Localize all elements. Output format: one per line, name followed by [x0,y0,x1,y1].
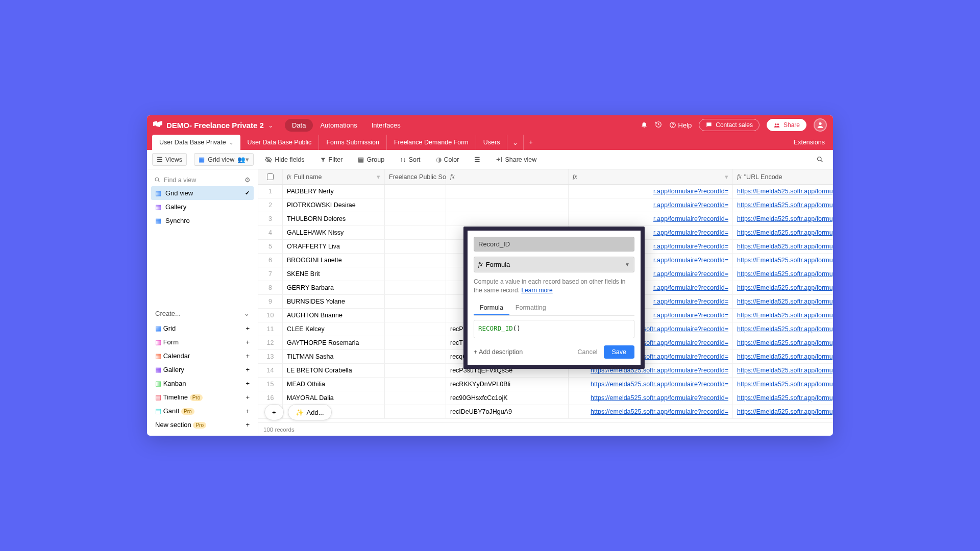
cell-softr[interactable] [385,295,446,308]
table-tab[interactable]: Users [476,135,508,150]
table-tab[interactable]: Forms Submission [319,135,387,150]
cell-name[interactable]: GERRY Barbara [283,281,385,294]
cell-softr[interactable] [385,364,446,377]
tab-formatting[interactable]: Formatting [509,301,552,315]
create-timeline[interactable]: ▤ Timeline Pro+ [151,390,254,404]
cell-url2[interactable]: https://Emelda525.softr.app/formulaire?r… [733,198,833,212]
table-row[interactable]: recIDeUBY7oJHguA9https://emelda525.softr… [258,405,833,419]
cell-url2[interactable]: https://Emelda525.softr.app/formulaire?r… [733,185,833,198]
cell-name[interactable]: LE BRETON Corabella [283,364,385,377]
nav-data[interactable]: Data [285,119,313,132]
help-button[interactable]: Help [669,121,692,129]
history-icon[interactable] [655,121,662,130]
cell-record-id[interactable] [446,185,569,198]
cell-softr[interactable] [385,322,446,336]
notifications-icon[interactable] [641,121,648,130]
cell-url2[interactable]: https://Emelda525.softr.app/formulaire?r… [733,378,833,391]
cell-record-id[interactable]: recRKKYyDnVPL0Bli [446,378,569,391]
tab-formula[interactable]: Formula [474,301,509,315]
table-row[interactable]: 3THULBORN Deloresr.app/formulaire?record… [258,212,833,226]
table-row[interactable]: 2PIOTRKOWSKI Desiraer.app/formulaire?rec… [258,198,833,212]
learn-more-link[interactable]: Learn more [521,287,552,294]
cell-url2[interactable]: https://Emelda525.softr.app/formulaire?r… [733,254,833,267]
col-url-encode[interactable]: fx"URL Encode [733,169,833,184]
table-tab-active[interactable]: User Data Base Private⌄ [152,135,240,150]
col-url1[interactable]: fx▾ [569,169,733,184]
cell-softr[interactable] [385,240,446,253]
views-toggle[interactable]: ☰ Views [152,153,187,166]
cell-name[interactable]: SKENE Brit [283,267,385,281]
cancel-button[interactable]: Cancel [578,348,598,356]
col-public-softr[interactable]: Freelance Public Softr [385,169,446,184]
avatar[interactable] [814,118,827,132]
chevron-down-icon[interactable]: ⌄ [268,121,274,129]
cell-name[interactable]: CLEE Kelcey [283,322,385,336]
checkbox[interactable] [267,173,274,180]
table-tab[interactable]: User Data Base Public [240,135,320,150]
cell-softr[interactable] [385,267,446,281]
cell-url2[interactable]: https://Emelda525.softr.app/formulaire?r… [733,309,833,322]
create-section[interactable]: New section Pro+ [151,418,254,432]
cell-name[interactable]: BURNSIDES Yolane [283,295,385,308]
formula-editor[interactable]: RECORD_ID() [474,320,634,338]
cell-softr[interactable] [385,405,446,418]
add-record-button[interactable]: + [264,404,284,420]
cell-url2[interactable]: https://Emelda525.softr.app/formulaire?r… [733,322,833,336]
sort-button[interactable]: ↑↓ Sort [396,154,424,165]
cell-softr[interactable] [385,185,446,198]
cell-url2[interactable]: https://Emelda525.softr.app/formulaire?r… [733,364,833,377]
share-view-button[interactable]: Share view [492,154,541,165]
cell-name[interactable]: MEAD Othilia [283,378,385,391]
find-view[interactable]: Find a view ⚙ [151,173,254,186]
share-button[interactable]: Share [767,119,806,131]
base-name[interactable]: DEMO- Freelance Private 2 [166,121,264,130]
sidebar-view-gallery[interactable]: ▦ Gallery [151,200,254,214]
create-gantt[interactable]: ▤ Gantt Pro+ [151,404,254,418]
extensions-button[interactable]: Extensions [786,135,833,150]
col-record-id[interactable]: fx [446,169,569,184]
cell-url2[interactable]: https://Emelda525.softr.app/formulaire?r… [733,405,833,418]
row-height-button[interactable]: ☰ [470,154,484,165]
create-grid[interactable]: ▦ Grid+ [151,321,254,335]
cell-name[interactable]: PADBERY Nerty [283,185,385,198]
cell-name[interactable]: MAYORAL Dalia [283,391,385,405]
cell-name[interactable]: BROGGINI Lanette [283,254,385,267]
cell-softr[interactable] [385,350,446,363]
cell-name[interactable]: TILTMAN Sasha [283,350,385,363]
search-icon[interactable] [812,154,828,165]
color-button[interactable]: ◑ Color [432,154,463,165]
hide-fields-button[interactable]: Hide fields [261,154,308,165]
sidebar-view-synchro[interactable]: ▦ Synchro [151,214,254,228]
current-view[interactable]: ▦ Grid view 👥▾ [194,153,254,166]
cell-softr[interactable] [385,391,446,405]
create-calendar[interactable]: ▦ Calendar+ [151,349,254,363]
cell-softr[interactable] [385,254,446,267]
save-button[interactable]: Save [604,345,635,359]
table-row[interactable]: 15MEAD OthiliarecRKKYyDnVPL0Blihttps://e… [258,378,833,391]
nav-interfaces[interactable]: Interfaces [364,119,408,132]
cell-softr[interactable] [385,281,446,294]
field-type-selector[interactable]: fx Formula ▼ [474,257,634,272]
add-menu-button[interactable]: ✨ Add... [288,404,332,420]
field-name-input[interactable] [474,237,634,252]
create-form[interactable]: ▥ Form+ [151,335,254,349]
cell-record-id[interactable] [446,198,569,212]
cell-softr[interactable] [385,309,446,322]
cell-url2[interactable]: https://Emelda525.softr.app/formulaire?r… [733,226,833,239]
cell-url2[interactable]: https://Emelda525.softr.app/formulaire?r… [733,350,833,363]
chevron-down-icon[interactable]: ▾ [377,173,380,181]
cell-record-id[interactable] [446,212,569,226]
cell-name[interactable]: PIOTRKOWSKI Desirae [283,198,385,212]
add-table-button[interactable]: + [524,135,537,150]
chevron-down-icon[interactable]: ▾ [725,173,728,181]
cell-url1[interactable]: https://emelda525.softr.app/formulaire?r… [569,391,733,405]
create-kanban[interactable]: ▥ Kanban+ [151,377,254,390]
cell-record-id[interactable]: rec90GHsxfcCc1ojK [446,391,569,405]
cell-softr[interactable] [385,226,446,239]
cell-url1[interactable]: r.app/formulaire?recordId= [569,185,733,198]
cell-url1[interactable]: r.app/formulaire?recordId= [569,212,733,226]
cell-name[interactable]: GAYTHORPE Rosemaria [283,336,385,349]
settings-icon[interactable]: ⚙ [244,176,251,184]
cell-url2[interactable]: https://Emelda525.softr.app/formulaire?r… [733,295,833,308]
cell-softr[interactable] [385,212,446,226]
